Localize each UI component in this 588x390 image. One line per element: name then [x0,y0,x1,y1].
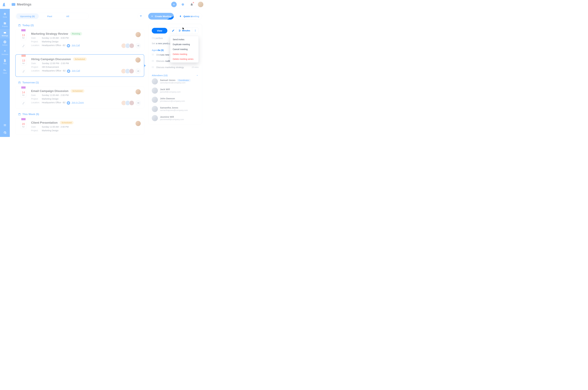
attendee-avatars[interactable]: +4 [122,69,141,74]
meetings-chip-icon [12,3,15,6]
meeting-card[interactable]: 20Apr Client Presentation Scheduled Date… [15,118,144,135]
notifications-icon[interactable] [189,2,194,7]
join-call-link[interactable]: Join Call [72,69,80,73]
more-actions-menu: Send invites Duplicate meeting Cancel me… [170,36,199,63]
video-icon [67,44,70,48]
menu-cancel-meeting[interactable]: Cancel meeting [170,47,198,52]
join-call-link[interactable]: Join Call [72,44,80,48]
meeting-color-chip [21,29,26,31]
section-tomorrow: Tomorrow (1) [18,81,144,84]
svg-point-1 [195,30,195,31]
meeting-color-chip [21,118,26,120]
drag-handle-icon[interactable] [152,66,154,68]
menu-send-invites[interactable]: Send invites [170,37,198,42]
more-attendees-count[interactable]: +4 [135,100,141,105]
tabs: Upcoming (6) Past All [15,13,89,20]
edit-button[interactable] [170,28,176,34]
meeting-card[interactable]: 13Apr Hiring Campaign Discussion Schedul… [15,54,144,77]
svg-point-0 [195,30,195,30]
help-icon[interactable] [180,2,186,7]
drag-handle-icon[interactable] [152,54,154,55]
notification-dot [193,2,194,3]
cursor-icon [182,27,185,30]
calendar-icon [18,81,21,84]
join-call-link[interactable]: Join in Zoom [72,101,84,105]
video-icon [67,69,70,73]
owner-avatar[interactable] [135,32,141,37]
filter-button[interactable] [137,13,144,20]
profile-avatar[interactable] [198,2,203,7]
app-logo[interactable] [1,2,7,7]
tab-past[interactable]: Past [43,13,56,19]
meeting-color-chip [21,87,26,89]
agenda-item[interactable]: Discuss marketing strategy15 mins [152,64,199,70]
add-button[interactable]: + [171,2,177,7]
meeting-title: Hiring Campaign Discussion [31,57,71,61]
right-column: Create Meeting Quick Meeting View Minute… [146,9,206,137]
status-badge: Scheduled [60,121,73,124]
page-title: Meetings [17,2,31,6]
sidebar-item-decisions[interactable]: Decisions [0,48,10,57]
chevron-down-icon [196,74,199,77]
sidebar-item-users[interactable]: Users [0,66,10,76]
sidebar-item-meetings[interactable]: Meetings [0,29,10,38]
menu-delete-series[interactable]: Delete meeting series [170,57,198,61]
sidebar-item-database[interactable] [0,122,10,129]
drag-handle-icon[interactable] [152,60,154,62]
link-icon[interactable] [21,69,26,74]
section-today: Today (2) [18,24,144,27]
calendar-icon [18,113,21,116]
menu-delete-meeting[interactable]: Delete meeting [170,52,198,57]
meeting-title: Client Presentation [31,121,58,124]
sidebar-item-settings[interactable] [0,129,10,137]
meeting-date-box: 13Apr [20,33,26,40]
attendee-row[interactable]: John Dawson johndawson@company.com [152,95,199,104]
quick-meeting-button[interactable]: Quick Meeting [176,13,202,20]
link-icon[interactable] [21,101,26,105]
breadcrumb-chevron-icon: › [9,3,10,6]
meeting-details-panel: View Minutes Send invites [148,24,202,124]
view-button[interactable]: View [152,28,167,34]
status-badge: Scheduled [73,57,87,61]
attendee-avatar [152,97,158,103]
section-thisweek: This Week (5) [18,113,144,116]
svg-point-2 [195,31,195,32]
link-icon[interactable] [21,44,26,48]
more-attendees-count[interactable]: +4 [135,69,141,74]
meeting-date-box: 13Apr [21,58,26,65]
role-badge: Coordinator [177,79,191,82]
attendee-avatars[interactable]: +4 [122,100,141,105]
video-icon [67,101,70,105]
attendee-row[interactable]: Samantha Jones samanthajones@company.com [152,104,199,113]
meeting-date-box: 20Apr [20,121,26,129]
meeting-title: Email Campaign Disussion [31,89,68,93]
tab-upcoming[interactable]: Upcoming (6) [16,13,39,19]
sidebar-item-actions[interactable]: Actions [0,38,10,48]
attendee-avatar [152,88,158,94]
owner-avatar[interactable] [135,121,141,126]
meeting-card[interactable]: 13Apr Marketing Strategy Review Running … [15,29,144,51]
more-actions-button[interactable] [192,28,198,34]
owner-avatar[interactable] [135,89,141,95]
more-attendees-count[interactable]: +8 [135,43,141,48]
attendee-avatars[interactable]: +8 [122,43,141,48]
meeting-card[interactable]: 14Apr Email Campaign Disussion Scheduled… [15,86,144,108]
status-badge: Scheduled [71,89,84,93]
attendee-row[interactable]: Jack Will jackwill@company.com [152,86,199,95]
sidebar-item-files[interactable]: Files [0,57,10,66]
topbar: › Meetings + [0,0,206,9]
attendees-header[interactable]: Attendees (12) [152,74,199,77]
attendee-avatar [152,115,158,121]
meeting-title: Marketing Strategy Review [31,32,68,36]
create-meeting-button[interactable]: Create Meeting [148,13,174,20]
attendee-row[interactable]: Samuel JonesCoordinator samueljones@comp… [152,77,199,86]
sidebar: Home Projects Meetings Actions Decisions… [0,9,10,137]
main-column: Upcoming (6) Past All Today (2) 13Apr Ma… [10,9,146,137]
owner-avatar[interactable] [135,57,141,63]
sidebar-item-projects[interactable]: Projects [0,20,10,29]
menu-duplicate-meeting[interactable]: Duplicate meeting [170,42,198,47]
attendee-row[interactable]: Jasmine Will jasminewill@company.com [152,113,199,123]
tab-all[interactable]: All [62,13,73,19]
attendee-avatar [152,106,158,112]
sidebar-item-home[interactable]: Home [0,10,10,20]
